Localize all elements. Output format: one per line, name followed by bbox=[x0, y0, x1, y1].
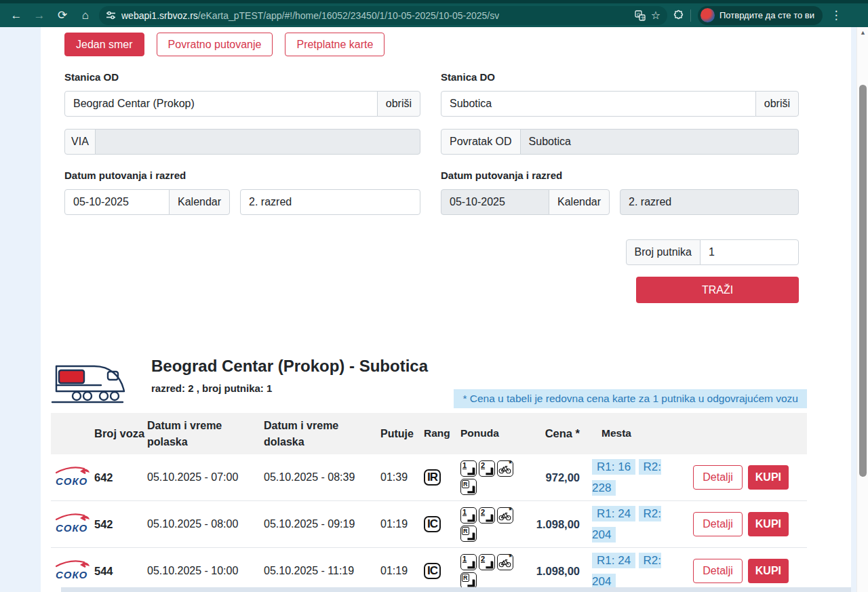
forward-icon[interactable]: → bbox=[30, 6, 49, 25]
first-class-seat-icon: 1 bbox=[460, 460, 477, 477]
home-icon[interactable]: ⌂ bbox=[76, 6, 95, 25]
svg-text:文: 文 bbox=[641, 15, 646, 20]
url-bar[interactable]: webapi1.srbvoz.rs/eKarta_pTEST/app/#!/ho… bbox=[99, 6, 667, 25]
stanica-od-input[interactable] bbox=[64, 91, 378, 117]
footer-edge bbox=[61, 587, 851, 592]
translate-icon[interactable]: G文 bbox=[635, 10, 646, 21]
detalji-button[interactable]: Detalji bbox=[693, 465, 742, 490]
departure-time: 05.10.2025 - 08:00 bbox=[147, 518, 264, 530]
url-path: /eKarta_pTEST/app/#!/home/16052/23450/1/… bbox=[198, 10, 499, 21]
tab-povratno-putovanje[interactable]: Povratno putovanje bbox=[157, 33, 273, 56]
url-host: webapi1.srbvoz.rs bbox=[121, 10, 198, 21]
train-icon bbox=[51, 353, 130, 406]
second-class-seat-icon: 2 bbox=[479, 507, 495, 524]
kebab-menu-icon[interactable]: ⋮ bbox=[827, 6, 846, 25]
col-mesta: Mesta bbox=[592, 424, 682, 443]
site-settings-icon[interactable] bbox=[106, 10, 116, 20]
arrival-time: 05.10.2025 - 11:19 bbox=[264, 565, 380, 577]
stanica-do-input[interactable] bbox=[441, 91, 756, 117]
razred-od-select[interactable]: 2. razred bbox=[240, 189, 420, 215]
seats-info: R1: 16 R2: 228 bbox=[592, 456, 682, 499]
arrival-time: 05.10.2025 - 08:39 bbox=[264, 471, 380, 484]
rang-badge: IC bbox=[424, 516, 441, 532]
duration: 01:39 bbox=[380, 471, 424, 484]
broj-putnika-input[interactable] bbox=[700, 239, 799, 265]
arrival-time: 05.10.2025 - 09:19 bbox=[264, 518, 380, 530]
kalendar-do-button[interactable]: Kalendar bbox=[549, 189, 610, 215]
bookmark-star-icon[interactable]: ☆ bbox=[651, 9, 660, 22]
col-dolaska: Datum i vreme dolaska bbox=[264, 418, 380, 449]
rang-badge: IC bbox=[424, 563, 441, 579]
povratak-od-input: Subotica bbox=[520, 129, 799, 155]
reload-icon[interactable]: ⟳ bbox=[53, 6, 72, 25]
col-cena: Cena * bbox=[528, 426, 592, 442]
scroll-thumb[interactable] bbox=[859, 85, 867, 477]
page-content: Jedan smer Povratno putovanje Pretplatne… bbox=[41, 27, 851, 592]
toolbar-divider bbox=[690, 9, 691, 22]
datum-od-label: Datum putovanja i razred bbox=[64, 170, 420, 181]
train-number: 642 bbox=[94, 471, 147, 484]
scroll-up-arrow-icon[interactable]: ▲ bbox=[857, 29, 868, 36]
reservation-seat-icon: R bbox=[460, 572, 477, 589]
tab-jedan-smer[interactable]: Jedan smer bbox=[64, 33, 144, 56]
povratak-od-label: Povratak OD bbox=[441, 129, 521, 155]
svg-text:СОКО: СОКО bbox=[56, 475, 87, 487]
table-header: Broj voza Datum i vreme polaska Datum i … bbox=[51, 413, 807, 454]
seats-info: R1: 24 R2: 204 bbox=[592, 550, 682, 592]
soko-logo: СОКО bbox=[54, 511, 92, 535]
price: 1.098,00 bbox=[528, 518, 592, 531]
price: 972,00 bbox=[528, 471, 592, 484]
via-label: VIA bbox=[64, 129, 96, 155]
trip-type-tabs: Jedan smer Povratno putovanje Pretplatne… bbox=[64, 33, 807, 56]
price: 1.098,00 bbox=[528, 565, 592, 578]
obrisi-do-button[interactable]: obriši bbox=[755, 91, 799, 117]
kupi-button[interactable]: KUPI bbox=[748, 512, 789, 536]
duration: 01:19 bbox=[380, 518, 424, 530]
stanica-do-label: Stanica DO bbox=[441, 71, 799, 83]
broj-putnika-label: Broj putnika bbox=[626, 239, 701, 265]
seats-r1-badge: R1: 24 bbox=[592, 506, 635, 521]
first-class-seat-icon: 1 bbox=[460, 554, 477, 570]
svg-text:СОКО: СОКО bbox=[56, 569, 87, 580]
reservation-seat-icon: R bbox=[460, 479, 477, 495]
results-subtitle: razred: 2 , broj putnika: 1 bbox=[151, 382, 428, 394]
soko-logo: СОКО bbox=[54, 557, 92, 582]
second-class-seat-icon: 2 bbox=[479, 460, 495, 477]
kupi-button[interactable]: KUPI bbox=[748, 559, 789, 583]
datum-od-input[interactable] bbox=[64, 189, 170, 215]
seats-r1-badge: R1: 16 bbox=[592, 459, 635, 475]
col-putuje: Putuje bbox=[380, 426, 424, 441]
second-class-seat-icon: 2 bbox=[479, 554, 495, 570]
extensions-icon[interactable] bbox=[671, 9, 684, 22]
scrollbar[interactable]: ▲ bbox=[856, 27, 868, 592]
duration: 01:19 bbox=[380, 565, 424, 577]
kalendar-od-button[interactable]: Kalendar bbox=[169, 189, 230, 215]
trazi-button[interactable]: TRAŽI bbox=[636, 277, 799, 303]
train-number: 544 bbox=[94, 565, 147, 578]
bicycle-icon: * bbox=[497, 554, 513, 570]
train-number: 542 bbox=[94, 518, 147, 531]
departure-time: 05.10.2025 - 07:00 bbox=[147, 471, 264, 484]
rang-badge: IR bbox=[424, 469, 441, 486]
profile-label: Потврдите да сте то ви bbox=[719, 10, 814, 20]
razred-do-select: 2. razred bbox=[620, 189, 799, 215]
table-row: СОКО 542 05.10.2025 - 08:00 05.10.2025 -… bbox=[51, 501, 807, 548]
back-icon[interactable]: ← bbox=[7, 6, 26, 25]
trains-table: Broj voza Datum i vreme polaska Datum i … bbox=[51, 413, 807, 592]
table-row: СОКО 642 05.10.2025 - 07:00 05.10.2025 -… bbox=[51, 454, 807, 501]
detalji-button[interactable]: Detalji bbox=[693, 512, 742, 536]
departure-time: 05.10.2025 - 10:00 bbox=[147, 565, 264, 577]
seats-info: R1: 24 R2: 204 bbox=[592, 503, 682, 546]
table-row: СОКО 544 05.10.2025 - 10:00 05.10.2025 -… bbox=[51, 548, 807, 592]
col-rang: Rang bbox=[424, 426, 460, 441]
obrisi-od-button[interactable]: obriši bbox=[377, 91, 420, 117]
kupi-button[interactable]: KUPI bbox=[748, 465, 789, 490]
via-input bbox=[95, 129, 420, 155]
datum-do-input: 05-10-2025 bbox=[441, 189, 549, 215]
tab-pretplatne-karte[interactable]: Pretplatne karte bbox=[285, 33, 384, 56]
profile-chip[interactable]: Потврдите да сте то ви bbox=[698, 6, 823, 25]
detalji-button[interactable]: Detalji bbox=[693, 559, 742, 583]
col-ponuda: Ponuda bbox=[460, 426, 528, 441]
results-title: Beograd Centar (Prokop) - Subotica bbox=[151, 357, 428, 376]
stanica-od-label: Stanica OD bbox=[64, 71, 420, 83]
